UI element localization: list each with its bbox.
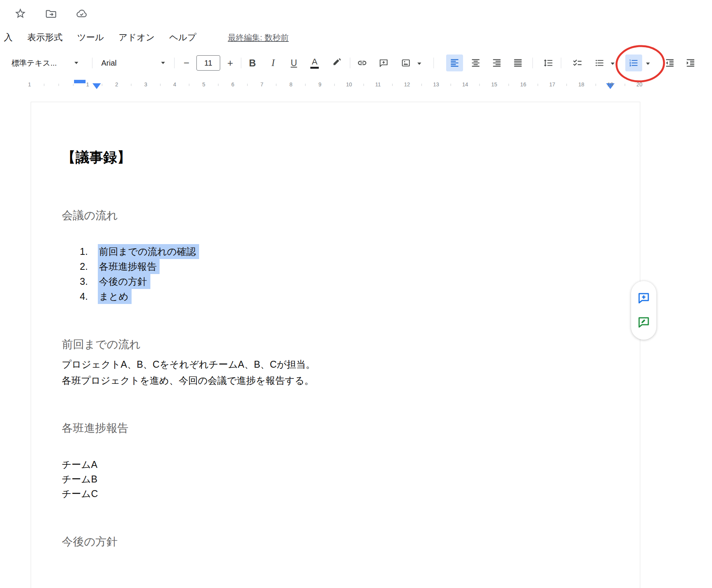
minus-icon: − [183,57,189,69]
insert-image-dropdown[interactable] [417,62,422,66]
align-right-button[interactable] [488,55,505,71]
toolbar: 標準テキス... Arial − 11 + B I U A [0,51,712,75]
font-dropdown[interactable]: Arial [97,55,170,71]
decrease-indent-icon [665,58,675,68]
numbered-list-dropdown[interactable] [645,62,651,66]
ruler-tick [58,84,59,86]
menu-item-insert-partial[interactable]: 入 [4,31,13,43]
bulleted-list-dropdown[interactable] [610,62,615,66]
text-color-button[interactable]: A [306,55,323,71]
suggest-edit-icon [637,315,651,329]
ruler-tick [189,84,190,86]
chevron-down-icon [161,62,165,64]
first-line-indent-marker[interactable] [74,80,86,83]
align-center-icon [471,58,481,68]
increase-indent-icon [686,58,696,68]
increase-indent-button[interactable] [682,55,699,71]
chevron-down-icon [611,63,615,65]
menu-item-help[interactable]: ヘルプ [169,31,196,43]
titlebar [14,7,88,20]
menu-item-tools[interactable]: ツール [77,31,104,43]
comment-add-icon [379,58,389,68]
ruler-number: 11 [375,81,381,88]
selected-text: まとめ [98,289,132,304]
numbered-list-button[interactable] [625,55,642,71]
add-comment-button-toolbar[interactable] [375,55,392,71]
italic-button[interactable]: I [265,55,282,71]
bold-button[interactable]: B [244,55,261,71]
menu-item-format[interactable]: 表示形式 [27,31,63,43]
heading-agenda: 会議の流れ [62,208,118,223]
list-number: 2. [80,261,98,272]
chevron-down-icon [417,63,421,65]
align-left-button[interactable] [446,55,463,71]
add-comment-button[interactable] [636,291,651,306]
last-edit-link[interactable]: 最終編集: 数秒前 [228,32,289,43]
move-folder-icon[interactable] [44,7,58,20]
decrease-indent-button[interactable] [661,55,678,71]
left-indent-marker[interactable] [92,83,101,89]
document-page[interactable]: 【議事録】 会議の流れ 1. 前回までの流れの確認 2. 各班進捗報告 3. 今… [31,102,640,588]
highlighter-icon [332,58,342,68]
ruler-number: 10 [346,81,352,88]
ruler-number: 2 [115,81,118,88]
star-icon[interactable] [14,7,27,20]
bulleted-list-icon [595,58,605,68]
font-size-input[interactable]: 11 [196,55,220,71]
ruler-tick [44,84,44,86]
text-color-bar [310,67,319,69]
toolbar-divider [350,58,350,68]
ruler-number: 15 [491,81,497,88]
cloud-saved-icon[interactable] [75,7,88,20]
heading-previous: 前回までの流れ [62,337,141,352]
ruler-number: 14 [462,81,468,88]
ruler-number: 6 [231,81,234,88]
highlight-color-button[interactable] [328,55,345,71]
selected-text: 各班進捗報告 [98,259,160,274]
ruler-tick [421,84,422,86]
underline-button[interactable]: U [285,55,302,71]
ruler: 11234567891011121314151617181920 [0,79,712,93]
ruler-number: 5 [202,81,205,88]
ruler-tick [102,84,102,86]
bold-icon: B [249,58,256,69]
numbered-list-icon [629,58,639,68]
increase-font-size-button[interactable]: + [222,55,239,71]
document-title: 【議事録】 [62,148,131,167]
comment-add-icon [637,291,651,305]
checklist-button[interactable] [569,55,586,71]
ruler-number: 13 [433,81,439,88]
ruler-number: 17 [549,81,555,88]
align-justify-button[interactable] [509,55,526,71]
align-left-icon [450,58,460,68]
insert-link-button[interactable] [354,55,371,71]
ruler-tick [450,84,451,86]
decrease-font-size-button[interactable]: − [178,55,195,71]
list-number: 3. [80,276,98,287]
ruler-number: 4 [173,81,176,88]
menu-item-addons[interactable]: アドオン [119,31,155,43]
previous-body: プロジェクトA、B、CをそれぞれチームA、B、Cが担当。 各班プロジェクトを進め… [62,356,315,388]
ruler-tick [596,84,596,86]
suggest-edits-button[interactable] [636,315,651,330]
ruler-number: 12 [404,81,410,88]
list-number: 4. [80,291,98,302]
paragraph-style-dropdown[interactable]: 標準テキス... [7,55,83,71]
bulleted-list-button[interactable] [591,55,608,71]
ruler-tick [334,84,335,86]
ruler-tick [131,84,131,86]
line-spacing-button[interactable] [540,55,557,71]
ruler-number: 9 [318,81,321,88]
ruler-tick [305,84,306,86]
ruler-number: 18 [578,81,585,88]
line-spacing-icon [543,58,553,68]
ruler-tick [218,84,219,86]
list-item: 2. 各班進捗報告 [80,259,199,274]
insert-image-button[interactable] [397,55,414,71]
body-line: プロジェクトA、B、CをそれぞれチームA、B、Cが担当。 [62,356,315,372]
align-center-button[interactable] [467,55,484,71]
selected-text: 前回までの流れの確認 [98,244,199,259]
toolbar-divider [561,58,561,68]
ruler-number: 8 [289,81,292,88]
align-justify-icon [513,58,523,68]
